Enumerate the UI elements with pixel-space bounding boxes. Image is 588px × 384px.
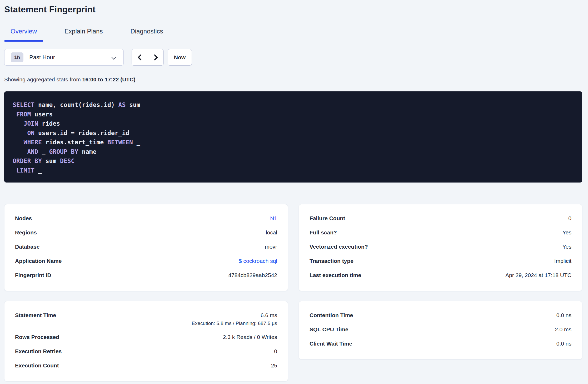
row-value: $ cockroach sql	[239, 257, 277, 265]
tab-bar: OverviewExplain PlansDiagnostics	[4, 25, 582, 41]
now-button[interactable]: Now	[168, 49, 192, 66]
tab-diagnostics[interactable]: Diagnostics	[124, 25, 169, 41]
sql-line: WHERE rides.start_time BETWEEN _	[13, 138, 574, 147]
info-row: Application Name$ cockroach sql	[15, 254, 277, 268]
row-value: local	[266, 229, 277, 236]
info-row: NodesN1	[15, 211, 277, 225]
row-value-link[interactable]: $ cockroach sql	[239, 258, 277, 264]
sql-text: _	[34, 167, 42, 174]
time-range-badge: 1h	[11, 52, 23, 62]
row-value: 4784cb829aab2542	[228, 272, 277, 279]
sql-keyword: DESC	[60, 157, 74, 164]
time-nav-arrows	[132, 49, 164, 66]
sql-line: ON users.id = rides.rider_id	[13, 129, 574, 138]
sql-keyword: AND	[13, 148, 38, 155]
sql-text: sum	[126, 101, 140, 108]
sql-keyword: JOIN	[13, 120, 38, 127]
sql-text: sum	[42, 157, 60, 164]
chevron-down-icon	[111, 55, 116, 60]
page-title: Statement Fingerprint	[4, 4, 582, 15]
prev-range-button[interactable]	[132, 49, 148, 65]
row-value: 25	[271, 362, 277, 369]
info-row: Statement Time6.6 msExecution: 5.8 ms / …	[15, 308, 277, 330]
info-row: Regionslocal	[15, 225, 277, 240]
row-value: 6.6 msExecution: 5.8 ms / Planning: 687.…	[192, 312, 277, 327]
sql-keyword: ORDER BY	[13, 157, 42, 164]
row-value: Yes	[562, 229, 571, 236]
chevron-left-icon	[136, 53, 143, 61]
sql-keyword: FROM	[13, 111, 31, 118]
summary-cards: NodesN1RegionslocalDatabasemovrApplicati…	[4, 204, 582, 381]
row-label: SQL CPU Time	[310, 326, 348, 333]
sql-text: name	[78, 148, 96, 155]
info-row: Client Wait Time0.0 ns	[310, 337, 571, 351]
info-row: Vectorized execution?Yes	[310, 240, 571, 254]
info-row: Execution Retries0	[15, 344, 277, 358]
sql-text: users.id = rides.rider_id	[34, 130, 129, 136]
time-range-dropdown[interactable]: 1h Past Hour	[4, 49, 124, 66]
row-value: movr	[265, 243, 277, 250]
info-row: Contention Time0.0 ns	[310, 308, 571, 322]
card-statement-details: NodesN1RegionslocalDatabasemovrApplicati…	[4, 204, 288, 291]
sql-text: rides	[38, 120, 60, 127]
info-row: Execution Count25	[15, 358, 277, 373]
sql-keyword: GROUP BY	[49, 148, 78, 155]
row-label: Rows Processed	[15, 333, 59, 341]
row-label: Contention Time	[310, 312, 353, 319]
row-value: 0.0 ns	[556, 312, 571, 319]
row-label: Statement Time	[15, 312, 56, 319]
sql-statement-box: SELECT name, count(rides.id) AS sum FROM…	[4, 91, 582, 183]
info-row: Rows Processed2.3 k Reads / 0 Writes	[15, 330, 277, 344]
row-value: Yes	[562, 243, 571, 250]
sql-keyword: BETWEEN	[107, 139, 133, 146]
row-value: 0.0 ns	[556, 340, 571, 347]
row-value: N1	[270, 215, 277, 222]
stats-line-range: 16:00 to 17:22 (UTC)	[82, 76, 136, 82]
row-label: Fingerprint ID	[15, 272, 51, 279]
sql-keyword: AS	[118, 101, 126, 108]
sql-keyword: ON	[13, 130, 34, 136]
row-label: Regions	[15, 229, 37, 236]
sql-line: JOIN rides	[13, 119, 574, 129]
sql-text: _	[133, 139, 140, 146]
info-row: Fingerprint ID4784cb829aab2542	[15, 268, 277, 282]
row-label: Full scan?	[310, 229, 337, 236]
card-statement-times: Statement Time6.6 msExecution: 5.8 ms / …	[4, 301, 288, 381]
row-label: Failure Count	[310, 215, 345, 222]
info-row: Last execution timeApr 29, 2024 at 17:18…	[310, 268, 571, 282]
sql-keyword: WHERE	[13, 139, 42, 146]
time-range-label: Past Hour	[29, 54, 55, 61]
sql-text: users	[31, 111, 53, 118]
row-label: Application Name	[15, 257, 62, 265]
card-wait-times: Contention Time0.0 nsSQL CPU Time2.0 msC…	[299, 301, 582, 360]
info-row: Full scan?Yes	[310, 225, 571, 240]
sql-line: AND _ GROUP BY name	[13, 147, 574, 157]
sql-line: SELECT name, count(rides.id) AS sum	[13, 100, 574, 110]
row-label: Last execution time	[310, 272, 361, 279]
sql-keyword: SELECT	[13, 101, 34, 108]
row-label: Client Wait Time	[310, 340, 352, 347]
info-row: SQL CPU Time2.0 ms	[310, 322, 571, 337]
row-value-link[interactable]: N1	[270, 215, 277, 221]
row-label: Transaction type	[310, 257, 353, 265]
stats-line-prefix: Showing aggregated stats from	[4, 76, 82, 82]
info-row: Databasemovr	[15, 240, 277, 254]
card-execution-attributes: Failure Count0Full scan?YesVectorized ex…	[299, 204, 582, 291]
row-value: 0	[568, 215, 571, 222]
next-range-button[interactable]	[148, 49, 163, 65]
row-label: Nodes	[15, 215, 32, 222]
row-label: Execution Count	[15, 362, 59, 369]
sql-text: name, count(rides.id)	[34, 101, 118, 108]
row-value: Apr 29, 2024 at 17:18 UTC	[505, 272, 571, 279]
row-label: Database	[15, 243, 39, 250]
sql-line: LIMIT _	[13, 166, 574, 175]
aggregated-stats-line: Showing aggregated stats from 16:00 to 1…	[4, 76, 582, 83]
row-value: 0	[274, 348, 277, 355]
tab-overview[interactable]: Overview	[4, 25, 43, 41]
row-label: Execution Retries	[15, 348, 62, 355]
tab-explain-plans[interactable]: Explain Plans	[58, 25, 109, 41]
row-label: Vectorized execution?	[310, 243, 368, 250]
info-row: Transaction typeImplicit	[310, 254, 571, 268]
row-value: 2.0 ms	[555, 326, 571, 333]
row-value: 2.3 k Reads / 0 Writes	[223, 333, 277, 341]
